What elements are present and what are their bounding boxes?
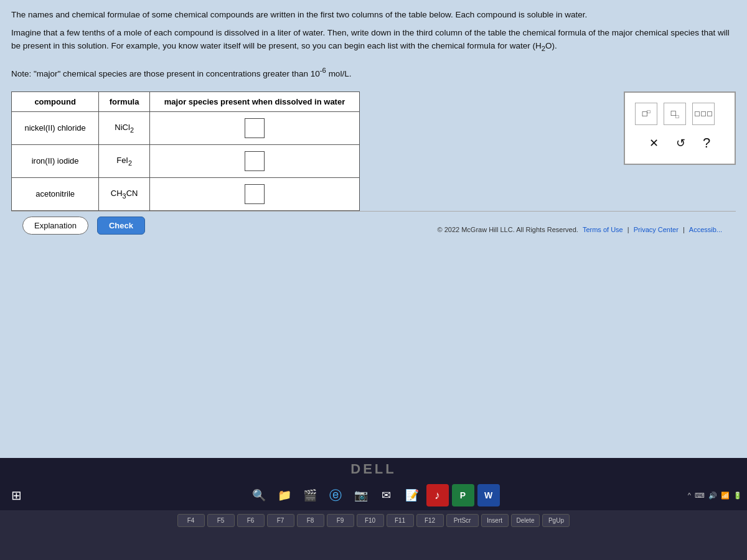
screen: The names and chemical formulae of some … [0,0,747,560]
input-cell-nickel [150,111,360,144]
more-options-icon[interactable] [692,103,715,125]
mail-taskbar-icon[interactable]: ✉ [375,484,398,506]
species-input-iron[interactable] [245,151,265,171]
compound-iron: iron(II) iodide [12,144,99,177]
key-f5[interactable]: F5 [207,514,235,527]
browser-area: The names and chemical formulae of some … [0,0,747,458]
key-f8[interactable]: F8 [297,514,324,527]
key-f11[interactable]: F11 [387,514,414,527]
help-button[interactable]: ? [698,133,715,154]
terms-link[interactable]: Terms of Use [583,226,623,233]
volume-icon[interactable]: 🔊 [708,492,717,500]
note-text: Note: "major" chemical species are those… [11,65,736,80]
keyboard-icon[interactable]: ⌨ [695,492,705,500]
compound-acetonitrile: acetonitrile [12,177,99,210]
notes-taskbar-icon[interactable]: 📝 [401,484,423,506]
key-insert[interactable]: Insert [481,514,509,527]
dialog-row-2: ✕ ↺ ? [635,133,725,154]
excel-taskbar-icon[interactable]: P [452,484,474,506]
key-delete[interactable]: Delete [511,514,540,527]
camera-taskbar-icon[interactable]: 📷 [350,484,372,506]
key-f12[interactable]: F12 [416,514,444,527]
dell-logo: DELL [350,461,396,477]
species-input-acetonitrile[interactable] [245,184,265,204]
files-taskbar-icon[interactable]: 📁 [273,484,296,506]
music-taskbar-icon[interactable]: ♪ [426,484,449,506]
bottom-bar: Explanation Check © 2022 McGraw Hill LLC… [11,211,736,238]
input-cell-iron [150,144,360,177]
chemistry-table: compound formula major species present w… [11,91,360,211]
media-taskbar-icon[interactable]: 🎬 [299,484,321,506]
species-input-nickel[interactable] [245,118,265,138]
refresh-button[interactable]: ↺ [671,134,690,152]
dialog-row-1: □□ □□ [635,103,725,125]
key-prtscr[interactable]: PrtScr [446,514,479,527]
header-formula: formula [99,91,150,111]
main-content: compound formula major species present w… [11,91,736,211]
privacy-link[interactable]: Privacy Center [634,226,679,233]
key-f10[interactable]: F10 [357,514,384,527]
taskbar-left: ⊞ [5,484,27,506]
accessibility-link[interactable]: Accessib... [689,226,722,233]
formula-iron: FeI2 [99,144,150,177]
key-f6[interactable]: F6 [237,514,265,527]
table-row: acetonitrile CH3CN [12,177,360,210]
taskbar-center: 🔍 📁 🎬 ⓔ 📷 ✉ 📝 ♪ P W [248,484,500,506]
key-pgup[interactable]: PgUp [542,514,570,527]
dell-area: DELL [0,458,747,480]
copyright-text: © 2022 McGraw Hill LLC. All Rights Reser… [437,226,578,233]
intro-text: The names and chemical formulae of some … [11,9,736,59]
battery-icon[interactable]: 🔋 [733,492,742,500]
wifi-icon[interactable]: 📶 [721,492,730,500]
check-button[interactable]: Check [97,217,145,235]
formula-nickel: NiCl2 [99,111,150,144]
windows-button[interactable]: ⊞ [5,484,27,506]
table-row: nickel(II) chloride NiCl2 [12,111,360,144]
keyboard-area: F4 F5 F6 F7 F8 F9 F10 F11 F12 PrtScr Ins… [0,510,747,560]
input-helper-dialog: □□ □□ ✕ ↺ ? [624,91,736,165]
input-cell-acetonitrile [150,177,360,210]
table-row: iron(II) iodide FeI2 [12,144,360,177]
header-major-species: major species present when dissolved in … [150,91,360,111]
formula-acetonitrile: CH3CN [99,177,150,210]
paragraph1: The names and chemical formulae of some … [11,9,736,22]
key-f9[interactable]: F9 [327,514,354,527]
copyright-bar: © 2022 McGraw Hill LLC. All Rights Reser… [437,226,725,233]
taskbar: ⊞ 🔍 📁 🎬 ⓔ 📷 ✉ 📝 ♪ P W ^ ⌨ 🔊 📶 🔋 [0,480,747,510]
close-button[interactable]: ✕ [644,134,664,152]
system-tray-expand[interactable]: ^ [688,492,691,499]
key-f4[interactable]: F4 [177,514,205,527]
edge-taskbar-icon[interactable]: ⓔ [324,484,347,506]
word-taskbar-icon[interactable]: W [477,484,500,506]
header-compound: compound [12,91,99,111]
compound-nickel: nickel(II) chloride [12,111,99,144]
taskbar-right: ^ ⌨ 🔊 📶 🔋 [688,492,742,500]
superscript-icon[interactable]: □□ [635,103,657,125]
table-wrapper: compound formula major species present w… [11,91,611,211]
subscript-icon[interactable]: □□ [664,103,686,125]
paragraph2: Imagine that a few tenths of a mole of e… [11,27,736,54]
search-taskbar-icon[interactable]: 🔍 [248,484,270,506]
key-f7[interactable]: F7 [267,514,294,527]
explanation-button[interactable]: Explanation [22,217,88,235]
